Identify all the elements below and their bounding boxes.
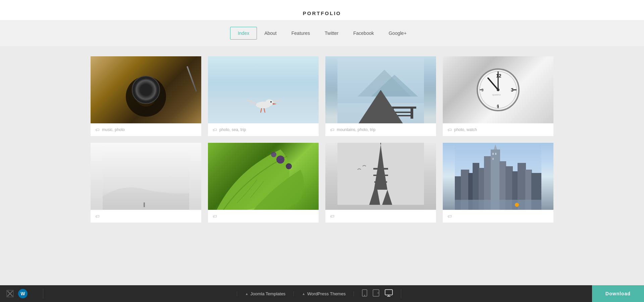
svg-rect-62 xyxy=(492,153,494,155)
seagull-svg xyxy=(243,86,283,113)
portfolio-card-1[interactable]: 🏷 music, photo xyxy=(91,56,201,136)
svg-point-2 xyxy=(143,93,149,100)
svg-rect-12 xyxy=(389,107,416,109)
svg-rect-63 xyxy=(495,153,496,155)
clock-svg: 12 3 6 9 QUARTZ xyxy=(476,68,520,112)
portfolio-card-5[interactable]: 🏷 xyxy=(91,143,201,223)
svg-text:QUARTZ: QUARTZ xyxy=(492,94,501,96)
tag-icon-6: 🏷 xyxy=(213,214,217,219)
svg-point-61 xyxy=(515,203,519,207)
tag-icon-2: 🏷 xyxy=(213,127,217,132)
portfolio-tags-4: 🏷 photo, watch xyxy=(443,123,553,136)
leaves-svg xyxy=(208,143,319,210)
toolbar-wordpress-label: WordPress Themes xyxy=(307,291,345,296)
monitor-icon[interactable] xyxy=(385,289,393,298)
svg-rect-32 xyxy=(144,202,145,207)
portfolio-img-clock: 12 3 6 9 QUARTZ xyxy=(443,56,553,123)
vinyl-svg xyxy=(91,56,201,123)
toolbar-joomla-item[interactable]: ▲ Joomla Templates xyxy=(237,291,294,296)
bottom-toolbar: W ▲ Joomla Templates ▲ WordPress Themes xyxy=(0,285,644,302)
portfolio-img-leaves xyxy=(208,143,319,210)
tag-icon-4: 🏷 xyxy=(447,127,452,132)
toolbar-wordpress-item[interactable]: ▲ WordPress Themes xyxy=(294,291,354,296)
portfolio-card-7[interactable]: 🏷 xyxy=(325,143,436,223)
toolbar-center: ▲ Joomla Templates ▲ WordPress Themes xyxy=(46,289,592,298)
svg-rect-40 xyxy=(373,168,388,170)
city-svg xyxy=(443,143,553,210)
portfolio-grid: 🏷 music, photo xyxy=(91,56,553,223)
svg-point-29 xyxy=(497,88,499,91)
svg-point-0 xyxy=(126,76,166,117)
portfolio-tags-7: 🏷 xyxy=(325,210,436,223)
svg-point-1 xyxy=(136,86,156,107)
svg-point-5 xyxy=(270,101,272,103)
svg-rect-44 xyxy=(337,205,424,210)
svg-line-7 xyxy=(264,108,265,113)
svg-text:9: 9 xyxy=(481,88,484,93)
svg-point-71 xyxy=(378,293,379,294)
svg-point-34 xyxy=(286,163,292,169)
svg-point-69 xyxy=(364,295,365,296)
nav-item-features[interactable]: Features xyxy=(284,27,317,39)
navigation: Index About Features Twitter Facebook Go… xyxy=(0,20,644,46)
svg-rect-41 xyxy=(373,175,388,176)
nav-item-twitter[interactable]: Twitter xyxy=(317,27,346,39)
tablet-icon[interactable] xyxy=(373,289,379,298)
toolbar-devices xyxy=(354,289,401,298)
tower-svg xyxy=(325,143,436,210)
portfolio-tags-1: 🏷 music, photo xyxy=(91,123,201,136)
toolbar-logos: W xyxy=(0,289,40,298)
svg-text:3: 3 xyxy=(511,87,514,93)
portfolio-tags-3: 🏷 mountains, photo, trip xyxy=(325,123,436,136)
mountains-svg xyxy=(325,56,436,123)
site-title: PORTFOLIO xyxy=(303,10,341,16)
portfolio-img-seagull xyxy=(208,56,319,123)
portfolio-tags-8: 🏷 xyxy=(443,210,553,223)
portfolio-card-2[interactable]: 🏷 photo, sea, trip xyxy=(208,56,319,136)
tag-icon-8: 🏷 xyxy=(447,214,452,219)
phone-icon[interactable] xyxy=(362,289,367,298)
nav-item-facebook[interactable]: Facebook xyxy=(346,27,381,39)
logo-x-icon[interactable] xyxy=(5,289,15,298)
header: PORTFOLIO xyxy=(0,0,644,20)
svg-point-4 xyxy=(265,99,273,106)
svg-point-35 xyxy=(271,152,276,157)
svg-rect-64 xyxy=(492,158,494,160)
svg-rect-60 xyxy=(455,200,541,210)
chevron-up-icon-wp: ▲ xyxy=(302,292,305,296)
svg-text:6: 6 xyxy=(497,104,499,109)
logo-wordpress-icon[interactable]: W xyxy=(18,289,28,298)
svg-rect-15 xyxy=(391,112,413,113)
svg-rect-72 xyxy=(385,290,392,295)
svg-rect-13 xyxy=(391,109,394,119)
portfolio-tags-2: 🏷 photo, sea, trip xyxy=(208,123,319,136)
svg-rect-14 xyxy=(411,109,413,119)
portfolio-tag-text-3: mountains, photo, trip xyxy=(337,127,375,132)
portfolio-tags-6: 🏷 xyxy=(208,210,319,223)
portfolio-card-6[interactable]: 🏷 xyxy=(208,143,319,223)
nav-item-index[interactable]: Index xyxy=(230,27,257,40)
portfolio-img-fog xyxy=(91,143,201,210)
portfolio-card-8[interactable]: 🏷 xyxy=(443,143,553,223)
portfolio-card-4[interactable]: 12 3 6 9 QUARTZ 🏷 photo, watch xyxy=(443,56,553,136)
download-button[interactable]: Download xyxy=(592,285,644,302)
portfolio-tag-text-1: music, photo xyxy=(102,127,125,132)
toolbar-joomla-label: Joomla Templates xyxy=(251,291,286,296)
tag-icon-3: 🏷 xyxy=(330,127,335,132)
portfolio-img-tower xyxy=(325,143,436,210)
portfolio-img-vinyl xyxy=(91,56,201,123)
portfolio-tags-5: 🏷 xyxy=(91,210,201,223)
nav-item-google[interactable]: Google+ xyxy=(381,27,414,39)
svg-rect-42 xyxy=(374,181,387,183)
chevron-up-icon-joomla: ▲ xyxy=(245,292,249,296)
svg-point-33 xyxy=(276,156,284,164)
tag-icon-1: 🏷 xyxy=(95,127,100,132)
tag-icon-5: 🏷 xyxy=(95,214,100,219)
portfolio-area: 🏷 music, photo xyxy=(0,46,644,229)
portfolio-img-city xyxy=(443,143,553,210)
portfolio-card-3[interactable]: 🏷 mountains, photo, trip xyxy=(325,56,436,136)
nav-item-about[interactable]: About xyxy=(257,27,284,39)
svg-rect-16 xyxy=(391,115,413,116)
toolbar-divider-1 xyxy=(43,289,43,299)
portfolio-img-mountains xyxy=(325,56,436,123)
